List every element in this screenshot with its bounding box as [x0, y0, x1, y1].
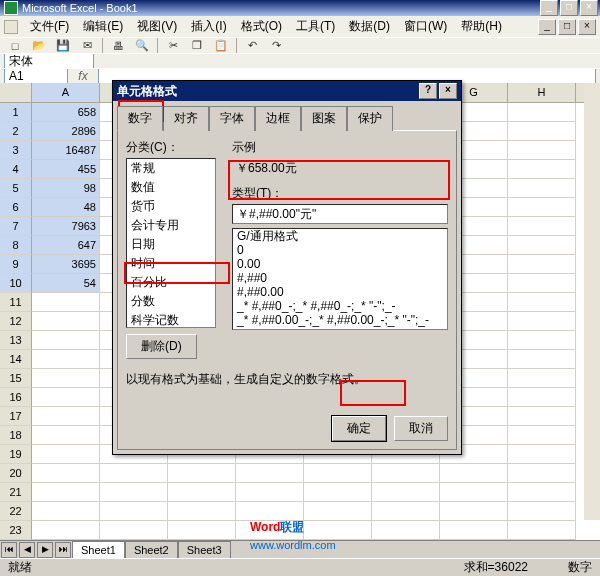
cell[interactable] — [100, 502, 168, 521]
category-list[interactable]: 常规数值货币会计专用日期时间百分比分数科学记数文本特殊自定义 — [126, 158, 216, 328]
cell[interactable] — [236, 464, 304, 483]
cell[interactable] — [440, 483, 508, 502]
cell[interactable] — [508, 331, 576, 350]
cell[interactable] — [508, 521, 576, 540]
row-header[interactable]: 6 — [0, 198, 32, 217]
cell[interactable] — [32, 502, 100, 521]
row-header[interactable]: 11 — [0, 293, 32, 312]
row-header[interactable]: 21 — [0, 483, 32, 502]
cell[interactable] — [508, 160, 576, 179]
row-header[interactable]: 2 — [0, 122, 32, 141]
cell[interactable] — [32, 483, 100, 502]
category-item[interactable]: 时间 — [127, 254, 215, 273]
row-header[interactable]: 3 — [0, 141, 32, 160]
dialog-close-button[interactable]: × — [439, 83, 457, 99]
cell[interactable] — [508, 350, 576, 369]
cell[interactable] — [32, 350, 100, 369]
tab-last-icon[interactable]: ⏭ — [55, 542, 71, 558]
cell[interactable] — [508, 217, 576, 236]
cell[interactable] — [508, 312, 576, 331]
row-header[interactable]: 22 — [0, 502, 32, 521]
cell[interactable] — [508, 293, 576, 312]
close-button[interactable]: × — [580, 0, 598, 16]
font-selector[interactable]: 宋体 — [4, 53, 94, 68]
cell[interactable]: 98 — [32, 179, 100, 198]
fx-icon[interactable]: fx — [72, 69, 94, 83]
cell[interactable] — [440, 464, 508, 483]
paste-icon[interactable]: 📋 — [210, 37, 232, 53]
tab-font[interactable]: 字体 — [209, 106, 255, 131]
print-icon[interactable]: 🖶 — [107, 37, 129, 53]
cell[interactable] — [32, 426, 100, 445]
cell[interactable] — [32, 521, 100, 540]
delete-button[interactable]: 删除(D) — [126, 334, 197, 359]
cell[interactable] — [100, 483, 168, 502]
cell[interactable] — [440, 502, 508, 521]
category-item[interactable]: 常规 — [127, 159, 215, 178]
open-icon[interactable]: 📂 — [28, 37, 50, 53]
menu-insert[interactable]: 插入(I) — [185, 16, 232, 37]
row-header[interactable]: 12 — [0, 312, 32, 331]
doc-close-button[interactable]: × — [578, 19, 596, 35]
menu-data[interactable]: 数据(D) — [343, 16, 396, 37]
cell[interactable]: 16487 — [32, 141, 100, 160]
cell[interactable]: 658 — [32, 103, 100, 122]
sheet-tab-3[interactable]: Sheet3 — [178, 541, 231, 558]
row-header[interactable]: 9 — [0, 255, 32, 274]
minimize-button[interactable]: _ — [540, 0, 558, 16]
cell[interactable] — [100, 464, 168, 483]
dialog-titlebar[interactable]: 单元格格式 ? × — [113, 81, 461, 101]
cell[interactable] — [508, 122, 576, 141]
row-header[interactable]: 15 — [0, 369, 32, 388]
category-item[interactable]: 百分比 — [127, 273, 215, 292]
format-item[interactable]: G/通用格式 — [233, 229, 447, 243]
col-header[interactable]: A — [32, 83, 100, 102]
category-item[interactable]: 分数 — [127, 292, 215, 311]
new-icon[interactable]: □ — [4, 37, 26, 53]
copy-icon[interactable]: ❐ — [186, 37, 208, 53]
cell[interactable] — [508, 198, 576, 217]
cell[interactable] — [168, 502, 236, 521]
preview-icon[interactable]: 🔍 — [131, 37, 153, 53]
row-header[interactable]: 4 — [0, 160, 32, 179]
type-input[interactable] — [232, 204, 448, 224]
row-header[interactable]: 19 — [0, 445, 32, 464]
cell[interactable] — [100, 521, 168, 540]
cell[interactable] — [168, 521, 236, 540]
menu-edit[interactable]: 编辑(E) — [77, 16, 129, 37]
tab-number[interactable]: 数字 — [117, 106, 163, 131]
app-icon[interactable] — [4, 20, 18, 34]
cell[interactable] — [32, 464, 100, 483]
ok-button[interactable]: 确定 — [332, 416, 386, 441]
vertical-scrollbar[interactable] — [584, 83, 600, 520]
cell[interactable] — [508, 236, 576, 255]
cut-icon[interactable]: ✂ — [162, 37, 184, 53]
row-header[interactable]: 23 — [0, 521, 32, 540]
category-item[interactable]: 会计专用 — [127, 216, 215, 235]
menu-window[interactable]: 窗口(W) — [398, 16, 453, 37]
row-header[interactable]: 1 — [0, 103, 32, 122]
row-header[interactable]: 8 — [0, 236, 32, 255]
cell[interactable] — [168, 464, 236, 483]
tab-next-icon[interactable]: ▶ — [37, 542, 53, 558]
cell[interactable] — [32, 369, 100, 388]
cell[interactable] — [32, 407, 100, 426]
row-header[interactable]: 20 — [0, 464, 32, 483]
menu-view[interactable]: 视图(V) — [131, 16, 183, 37]
menu-help[interactable]: 帮助(H) — [455, 16, 508, 37]
tab-prev-icon[interactable]: ◀ — [19, 542, 35, 558]
cell[interactable]: 3695 — [32, 255, 100, 274]
cell[interactable]: 7963 — [32, 217, 100, 236]
cell[interactable]: 455 — [32, 160, 100, 179]
category-item[interactable]: 货币 — [127, 197, 215, 216]
format-item[interactable]: #,##0 — [233, 271, 447, 285]
tab-pattern[interactable]: 图案 — [301, 106, 347, 131]
cell[interactable] — [508, 179, 576, 198]
cell[interactable] — [508, 445, 576, 464]
cell[interactable]: 2896 — [32, 122, 100, 141]
row-header[interactable]: 17 — [0, 407, 32, 426]
cancel-button[interactable]: 取消 — [394, 416, 448, 441]
doc-minimize-button[interactable]: _ — [538, 19, 556, 35]
cell[interactable] — [508, 274, 576, 293]
row-header[interactable]: 13 — [0, 331, 32, 350]
